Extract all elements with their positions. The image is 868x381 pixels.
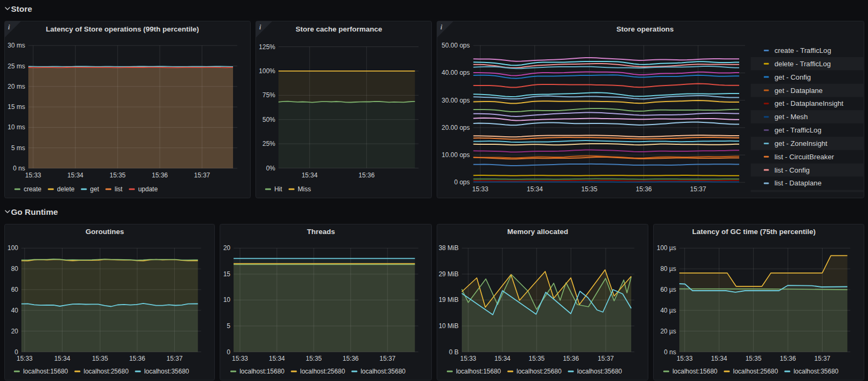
svg-text:list - Config: list - Config xyxy=(774,166,810,174)
svg-text:15:34: 15:34 xyxy=(527,185,543,193)
svg-text:Store: Store xyxy=(11,4,33,13)
svg-text:get - ZoneInsight: get - ZoneInsight xyxy=(774,139,827,147)
svg-text:50%: 50% xyxy=(262,116,275,123)
svg-text:Store operations: Store operations xyxy=(616,25,673,33)
svg-text:localhost:25680: localhost:25680 xyxy=(733,368,778,375)
svg-text:localhost:15680: localhost:15680 xyxy=(23,368,68,375)
svg-text:15:36: 15:36 xyxy=(563,355,579,362)
svg-text:20: 20 xyxy=(11,328,19,335)
svg-text:15:37: 15:37 xyxy=(194,172,210,179)
svg-text:0%: 0% xyxy=(266,165,276,172)
svg-text:60 µs: 60 µs xyxy=(660,286,676,293)
svg-text:localhost:25680: localhost:25680 xyxy=(300,368,345,375)
svg-text:localhost:35680: localhost:35680 xyxy=(577,368,622,375)
svg-text:15:37: 15:37 xyxy=(598,355,614,362)
svg-text:40.00 ops: 40.00 ops xyxy=(441,69,470,76)
svg-text:15:37: 15:37 xyxy=(167,355,183,362)
svg-text:localhost:15680: localhost:15680 xyxy=(456,368,501,375)
svg-text:15:35: 15:35 xyxy=(92,355,108,362)
svg-text:15:34: 15:34 xyxy=(54,355,70,362)
svg-text:25 ms: 25 ms xyxy=(7,63,25,70)
svg-text:80: 80 xyxy=(11,265,19,273)
svg-text:Hit: Hit xyxy=(274,185,282,193)
svg-text:get - Dataplane: get - Dataplane xyxy=(774,87,823,95)
svg-text:15:33: 15:33 xyxy=(17,355,33,362)
svg-text:localhost:35680: localhost:35680 xyxy=(144,368,189,375)
svg-text:create: create xyxy=(24,185,42,193)
svg-text:Go Runtime: Go Runtime xyxy=(11,207,58,216)
svg-text:15:37: 15:37 xyxy=(814,355,830,362)
svg-text:80 µs: 80 µs xyxy=(660,265,676,273)
svg-text:list: list xyxy=(115,185,123,193)
svg-text:Store cache performance: Store cache performance xyxy=(296,25,383,33)
svg-text:20 ms: 20 ms xyxy=(7,83,25,90)
svg-text:update: update xyxy=(138,185,158,193)
svg-text:15:36: 15:36 xyxy=(152,172,168,179)
svg-text:create - TrafficLog: create - TrafficLog xyxy=(774,46,831,55)
svg-text:Memory allocated: Memory allocated xyxy=(507,228,568,236)
svg-text:get - Config: get - Config xyxy=(774,73,811,81)
svg-text:15:36: 15:36 xyxy=(343,355,359,362)
svg-text:0 ops: 0 ops xyxy=(454,178,470,186)
svg-text:Latency of GC time (75th perce: Latency of GC time (75th percentile) xyxy=(692,228,816,236)
svg-text:15:35: 15:35 xyxy=(110,172,126,179)
svg-text:100: 100 xyxy=(7,244,18,252)
svg-text:19 MiB: 19 MiB xyxy=(439,296,459,304)
svg-text:15:33: 15:33 xyxy=(460,355,476,362)
svg-text:5 ms: 5 ms xyxy=(11,144,25,152)
svg-text:i: i xyxy=(259,24,261,31)
svg-text:get - Mesh: get - Mesh xyxy=(774,113,808,121)
svg-text:5: 5 xyxy=(227,322,230,330)
svg-text:40 µs: 40 µs xyxy=(660,307,676,314)
svg-text:10 ms: 10 ms xyxy=(7,123,25,131)
svg-text:15:36: 15:36 xyxy=(129,355,145,362)
svg-text:15:34: 15:34 xyxy=(269,355,285,362)
svg-text:10.00 ops: 10.00 ops xyxy=(441,151,470,159)
svg-text:15:34: 15:34 xyxy=(711,355,727,362)
svg-text:15: 15 xyxy=(223,270,231,278)
svg-text:25%: 25% xyxy=(262,140,275,147)
svg-text:15:36: 15:36 xyxy=(780,355,796,362)
svg-text:15:35: 15:35 xyxy=(582,185,598,193)
svg-text:15:37: 15:37 xyxy=(379,355,396,362)
svg-text:i: i xyxy=(8,24,10,31)
svg-text:10 MiB: 10 MiB xyxy=(439,322,459,330)
svg-text:delete - TrafficLog: delete - TrafficLog xyxy=(774,60,831,68)
svg-text:30.00 ops: 30.00 ops xyxy=(441,97,470,104)
svg-text:15 ms: 15 ms xyxy=(7,103,25,111)
svg-text:15:33: 15:33 xyxy=(677,355,693,362)
svg-text:60: 60 xyxy=(11,286,19,293)
svg-text:i: i xyxy=(440,24,443,31)
svg-text:get - TrafficLog: get - TrafficLog xyxy=(774,126,821,134)
svg-text:0 ns: 0 ns xyxy=(13,165,25,172)
svg-text:get: get xyxy=(90,185,99,193)
svg-text:20.00 ops: 20.00 ops xyxy=(441,124,470,131)
svg-text:15:36: 15:36 xyxy=(636,185,652,193)
svg-text:15:33: 15:33 xyxy=(232,355,248,362)
svg-text:list - CircuitBreaker: list - CircuitBreaker xyxy=(774,153,834,161)
svg-text:20: 20 xyxy=(223,244,231,252)
svg-text:0: 0 xyxy=(227,348,230,356)
svg-text:localhost:15680: localhost:15680 xyxy=(672,368,717,375)
svg-text:get - DataplaneInsight: get - DataplaneInsight xyxy=(774,99,843,107)
svg-text:50.00 ops: 50.00 ops xyxy=(441,42,470,49)
svg-text:40: 40 xyxy=(11,307,19,314)
svg-text:localhost:35680: localhost:35680 xyxy=(361,368,406,375)
svg-text:0 B: 0 B xyxy=(449,348,459,356)
svg-text:15:35: 15:35 xyxy=(529,355,545,362)
svg-text:localhost:25680: localhost:25680 xyxy=(517,368,562,375)
svg-text:15:34: 15:34 xyxy=(301,172,317,179)
svg-text:15:33: 15:33 xyxy=(472,185,489,193)
svg-text:delete: delete xyxy=(57,185,75,193)
svg-text:0 ns: 0 ns xyxy=(664,348,676,356)
svg-text:100%: 100% xyxy=(259,67,275,75)
svg-text:15:36: 15:36 xyxy=(359,172,375,179)
svg-text:100 µs: 100 µs xyxy=(657,244,676,252)
svg-text:localhost:25680: localhost:25680 xyxy=(84,368,129,375)
svg-text:15:35: 15:35 xyxy=(746,355,762,362)
svg-text:15:35: 15:35 xyxy=(306,355,322,362)
svg-text:Latency of Store operations (9: Latency of Store operations (99th percen… xyxy=(46,25,199,33)
svg-text:38 MiB: 38 MiB xyxy=(439,244,459,252)
svg-text:localhost:35680: localhost:35680 xyxy=(794,368,839,375)
svg-text:list - Dataplane: list - Dataplane xyxy=(774,179,821,187)
